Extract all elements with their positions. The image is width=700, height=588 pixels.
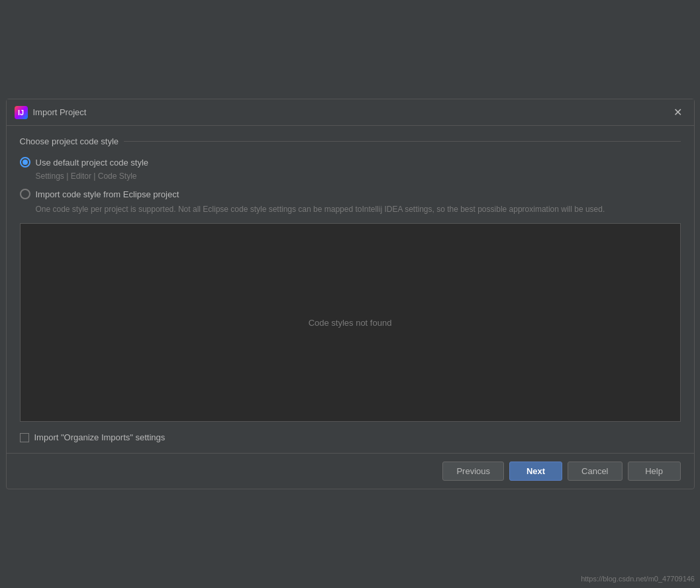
previous-button[interactable]: Previous (442, 462, 504, 481)
use-default-radio[interactable] (20, 157, 30, 168)
app-icon: IJ (15, 106, 28, 119)
import-eclipse-option[interactable]: Import code style from Eclipse project (20, 189, 681, 199)
import-eclipse-radio[interactable] (20, 189, 30, 199)
next-button[interactable]: Next (509, 462, 562, 481)
radio-group: Use default project code style Settings … (20, 157, 681, 215)
section-header: Choose project code style (20, 136, 681, 146)
organize-imports-checkbox[interactable] (20, 433, 29, 442)
settings-path: Settings | Editor | Code Style (36, 172, 681, 181)
use-default-label: Use default project code style (36, 158, 149, 168)
import-eclipse-label: Import code style from Eclipse project (36, 189, 179, 199)
eclipse-description: One code style per project is supported.… (36, 203, 681, 215)
dialog-title: Import Project (33, 107, 664, 117)
help-button[interactable]: Help (628, 462, 681, 481)
watermark: https://blog.csdn.net/m0_47709146 (581, 575, 695, 583)
close-button[interactable]: ✕ (670, 105, 686, 120)
cancel-button[interactable]: Cancel (568, 462, 622, 481)
import-project-dialog: IJ Import Project ✕ Choose project code … (6, 99, 695, 489)
dialog-footer: Previous Next Cancel Help (7, 453, 694, 489)
code-styles-empty-text: Code styles not found (309, 318, 392, 328)
organize-imports-option[interactable]: Import "Organize Imports" settings (20, 432, 681, 442)
code-styles-box: Code styles not found (20, 223, 681, 422)
dialog-content: Choose project code style Use default pr… (7, 126, 694, 453)
title-bar: IJ Import Project ✕ (7, 99, 694, 126)
organize-imports-label: Import "Organize Imports" settings (34, 432, 166, 442)
use-default-option[interactable]: Use default project code style (20, 157, 681, 168)
